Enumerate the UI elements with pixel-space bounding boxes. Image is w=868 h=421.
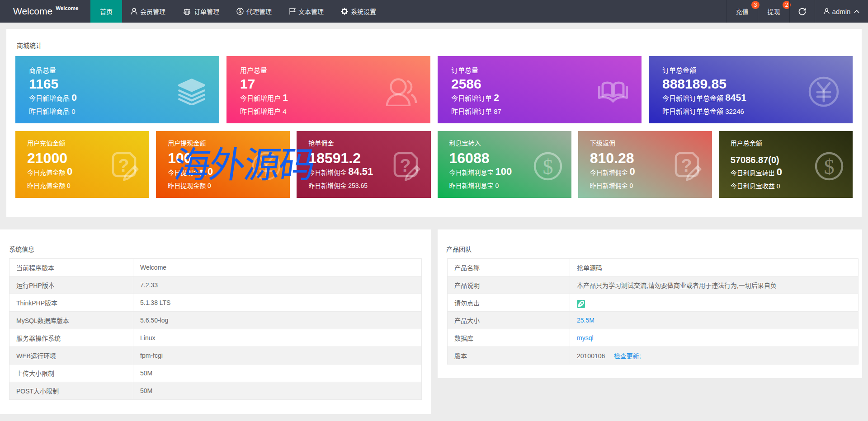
svg-text:$: $	[542, 155, 553, 178]
svg-text:$: $	[239, 9, 241, 14]
svg-text:$: $	[824, 155, 835, 178]
